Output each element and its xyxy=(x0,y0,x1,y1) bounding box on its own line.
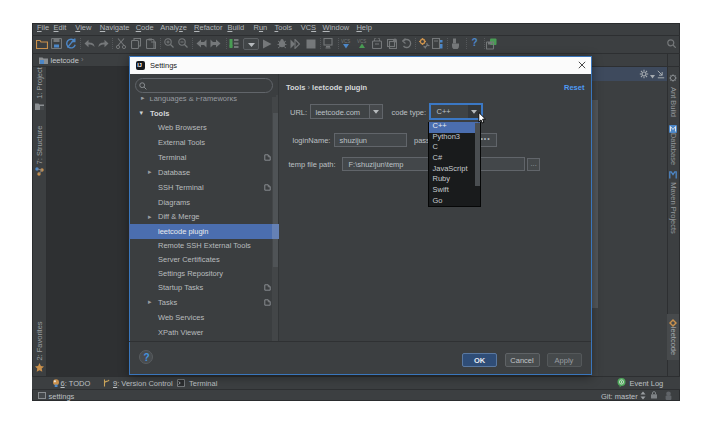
svg-text:VCS: VCS xyxy=(341,39,350,44)
svg-text:VCS: VCS xyxy=(357,39,366,44)
